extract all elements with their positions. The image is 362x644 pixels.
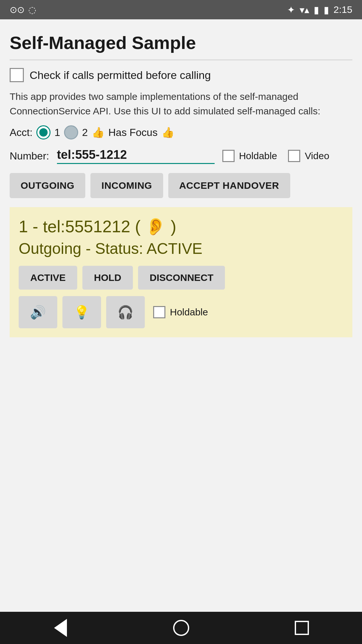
circle-icon: ◌ <box>28 5 36 15</box>
accept-handover-button[interactable]: ACCEPT HANDOVER <box>168 173 290 198</box>
status-bar-left: ⊙⊙ ◌ <box>10 5 36 15</box>
number-row: Number: Holdable Video <box>10 148 352 164</box>
recents-icon <box>295 621 309 635</box>
bulb-icon: 💡 <box>74 305 90 320</box>
acct1-label: 1 <box>54 127 60 139</box>
battery-icon: ▮ <box>324 4 329 15</box>
calls-permitted-checkbox[interactable] <box>10 68 24 82</box>
app-description: This app provides two sample implementat… <box>10 89 352 118</box>
home-icon <box>173 620 189 636</box>
signal-icon: ▮ <box>314 4 319 15</box>
call-holdable-label: Holdable <box>170 307 208 318</box>
calls-permitted-label: Check if calls permitted before calling <box>30 69 211 82</box>
app-title: Self-Managed Sample <box>10 32 352 53</box>
number-label: Number: <box>10 150 49 162</box>
status-bar: ⊙⊙ ◌ ✦ ▾▴ ▮ ▮ 2:15 <box>0 0 362 19</box>
disconnect-button[interactable]: DISCONNECT <box>138 266 225 290</box>
acct-label: Acct: <box>10 127 32 139</box>
back-icon <box>54 619 67 637</box>
incoming-button[interactable]: INCOMING <box>90 173 163 198</box>
calls-permitted-row[interactable]: Check if calls permitted before calling <box>10 68 352 82</box>
main-content: Self-Managed Sample Check if calls permi… <box>0 19 362 612</box>
status-bar-right: ✦ ▾▴ ▮ ▮ 2:15 <box>287 4 352 15</box>
has-focus-label: Has Focus <box>108 127 158 139</box>
call-number: 1 - tel:5551212 ( 👂 ) <box>19 217 343 236</box>
acct-row: Acct: 1 2 👍 Has Focus 👍 <box>10 125 352 139</box>
video-label: Video <box>305 150 329 161</box>
headphones-button[interactable]: 🎧 <box>106 296 145 328</box>
hold-button[interactable]: HOLD <box>82 266 133 290</box>
video-checkbox[interactable] <box>288 150 300 162</box>
bulb-button[interactable]: 💡 <box>62 296 101 328</box>
speaker-icon: 🔊 <box>30 305 46 320</box>
acct2-label: 2 <box>82 127 88 139</box>
bluetooth-icon: ✦ <box>287 4 295 15</box>
holdable-label: Holdable <box>239 150 277 161</box>
thumbs-up-2-icon: 👍 <box>162 126 174 139</box>
call-action-buttons: ACTIVE HOLD DISCONNECT <box>19 266 343 290</box>
acct2-radio[interactable] <box>64 125 78 139</box>
holdable-checkbox[interactable] <box>222 150 235 162</box>
speaker-button[interactable]: 🔊 <box>19 296 57 328</box>
outgoing-button[interactable]: OUTGOING <box>10 173 85 198</box>
wifi-icon: ▾▴ <box>300 4 309 15</box>
bottom-nav <box>0 612 362 644</box>
call-card: 1 - tel:5551212 ( 👂 ) Outgoing - Status:… <box>10 207 352 337</box>
active-button[interactable]: ACTIVE <box>19 266 77 290</box>
header-divider <box>10 60 352 60</box>
holdable-row: Holdable Video <box>222 150 330 162</box>
icon-buttons-row: 🔊 💡 🎧 Holdable <box>19 296 343 328</box>
back-button[interactable] <box>48 615 73 641</box>
home-button[interactable] <box>168 615 194 641</box>
call-holdable-row: Holdable <box>153 306 208 318</box>
number-input[interactable] <box>57 148 215 164</box>
call-holdable-checkbox[interactable] <box>153 306 165 318</box>
call-status: Outgoing - Status: ACTIVE <box>19 240 343 257</box>
recents-button[interactable] <box>289 615 315 641</box>
action-buttons-row: OUTGOING INCOMING ACCEPT HANDOVER <box>10 173 352 198</box>
thumbs-up-1-icon: 👍 <box>92 126 105 139</box>
voicemail-icon: ⊙⊙ <box>10 5 24 15</box>
time-display: 2:15 <box>334 4 352 15</box>
acct1-radio[interactable] <box>36 125 51 139</box>
headphones-icon: 🎧 <box>117 305 134 320</box>
